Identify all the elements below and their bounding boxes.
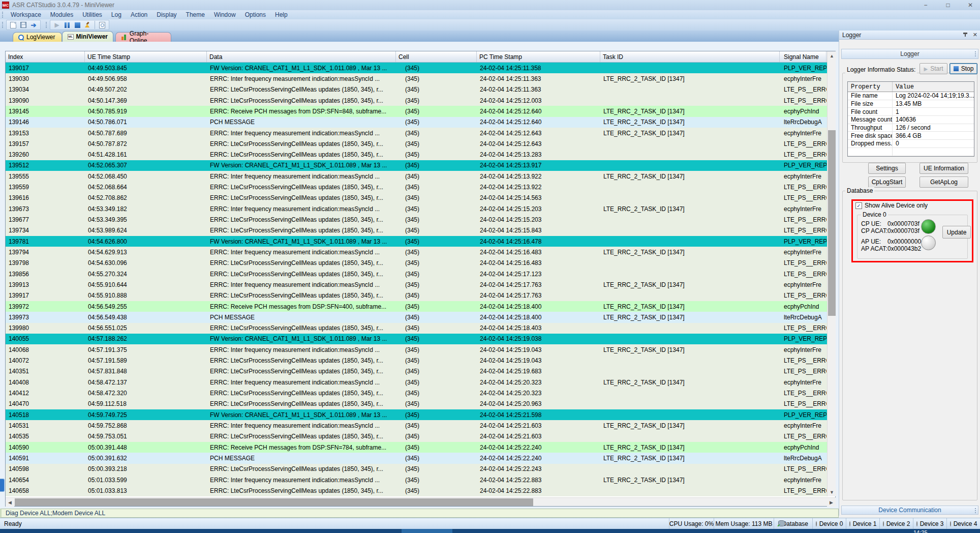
property-row[interactable]: File count1 (848, 108, 974, 116)
column-header-pc-time-stamp[interactable]: PC Time Stamp (477, 51, 600, 62)
column-header-index[interactable]: Index (6, 51, 85, 62)
pane-close-icon[interactable]: ✕ (973, 32, 977, 38)
diag-filter-bar[interactable]: Diag Device ALL;Modem Device ALL (0, 509, 839, 518)
statusbar-device-4[interactable]: Device 4 (946, 518, 980, 529)
property-row[interactable]: File nameLog 2024-02-04 14;19;19.3... (848, 92, 974, 100)
go-button[interactable]: ➔ (28, 20, 39, 29)
play-button[interactable]: ▶ (52, 20, 62, 29)
menu-item-utilities[interactable]: Utilities (78, 10, 107, 19)
table-row[interactable]: 13967704:53.349.395ERRC: LteCsrProcessSe… (6, 214, 827, 225)
table-row[interactable]: 13951204:52.065.307FW Version: CRANEL_CA… (6, 160, 827, 171)
menu-item-theme[interactable]: Theme (181, 10, 209, 19)
table-row[interactable]: 13955904:52.068.664ERRC: LteCsrProcessSe… (6, 182, 827, 192)
pin-icon[interactable] (963, 32, 968, 38)
property-row[interactable] (848, 148, 974, 156)
table-row[interactable]: 13915704:50.787.872ERRC: LteCsrProcessSe… (6, 138, 827, 149)
clear-button[interactable] (82, 20, 93, 29)
scroll-left-arrow-icon[interactable]: ◀ (6, 498, 14, 507)
settings-button[interactable]: Settings (868, 163, 906, 174)
table-row[interactable]: 14059805:00.393.218ERRC: LteCsrProcessSe… (6, 464, 827, 475)
scroll-right-arrow-icon[interactable]: ▶ (827, 498, 836, 507)
save-button[interactable] (18, 20, 28, 29)
table-row[interactable]: 14065805:01.033.813ERRC: LteCsrProcessSe… (6, 485, 827, 496)
table-row[interactable]: 13914604:50.786.071PCH MESSAGE(345)24-02… (6, 117, 827, 128)
table-row[interactable]: 13991704:55.910.888ERRC: LteCsrProcessSe… (6, 290, 827, 301)
table-row[interactable]: 13914504:50.785.919ERRC: Receive PCH mes… (6, 106, 827, 116)
ue-information-button[interactable]: UE Information (920, 163, 968, 174)
stop-button[interactable] (72, 20, 82, 29)
table-row[interactable]: 14065405:01.033.599ERRC: Inter frequency… (6, 475, 827, 485)
table-row[interactable]: 14047004:59.112.518ERRC: LteCsrProcessSe… (6, 399, 827, 409)
horizontal-scrollbar[interactable]: ◀ ▶ (6, 497, 836, 506)
menu-item-workspace[interactable]: Workspace (6, 10, 46, 19)
table-row[interactable]: 13997304:56.549.438PCH MESSAGE(345)24-02… (6, 312, 827, 322)
property-row[interactable]: Throughput126 / second (848, 124, 974, 132)
table-row[interactable]: 14051804:59.749.725FW Version: CRANEL_CA… (6, 409, 827, 420)
getaplog-button[interactable]: GetApLog (920, 176, 968, 188)
table-row[interactable]: 13909004:50.147.369ERRC: LteCsrProcessSe… (6, 95, 827, 106)
menu-item-display[interactable]: Display (152, 10, 181, 19)
database-status[interactable]: Database (774, 518, 812, 529)
table-row[interactable]: 14040804:58.472.137ERRC: Inter frequency… (6, 377, 827, 388)
table-row[interactable]: 14059005:00.391.448ERRC: Receive PCH mes… (6, 442, 827, 453)
property-row[interactable]: Free disk space366.4 GB (848, 132, 974, 140)
table-row[interactable]: 13901704:49.503.845FW Version: CRANEL_CA… (6, 63, 827, 73)
menu-item-log[interactable]: Log (107, 10, 126, 19)
scroll-up-arrow-icon[interactable]: ▲ (828, 51, 836, 60)
stop-button[interactable]: Stop (950, 63, 977, 74)
table-row[interactable]: 13973404:53.989.624ERRC: LteCsrProcessSe… (6, 225, 827, 236)
tab-graph-online[interactable]: Graph-Online (115, 32, 171, 42)
property-row[interactable]: Dropped mess...0 (848, 140, 974, 148)
menu-item-help[interactable]: Help (270, 10, 292, 19)
start-button[interactable]: ▶ Start (920, 63, 947, 74)
menu-item-options[interactable]: Options (240, 10, 270, 19)
table-row[interactable]: 13978104:54.626.800FW Version: CRANEL_CA… (6, 236, 827, 247)
table-row[interactable]: 14006804:57.191.375ERRC: Inter frequency… (6, 344, 827, 355)
menu-item-action[interactable]: Action (126, 10, 152, 19)
pause-button[interactable] (62, 20, 72, 29)
device-communication-caption[interactable]: Device Communication (841, 506, 978, 515)
report-button[interactable] (97, 20, 107, 29)
statusbar-device-3[interactable]: Device 3 (913, 518, 946, 529)
update-button[interactable]: Update (942, 226, 971, 239)
vertical-scroll-thumb[interactable] (828, 130, 836, 316)
close-button[interactable]: ✕ (965, 2, 976, 9)
tab-logviewer[interactable]: LogViewer (13, 32, 62, 42)
table-row[interactable]: 14053504:59.753.051ERRC: LteCsrProcessSe… (6, 431, 827, 442)
table-row[interactable]: 13955504:52.068.450ERRC: Inter frequency… (6, 171, 827, 182)
table-row[interactable]: 13926004:51.428.161ERRC: LteCsrProcessSe… (6, 150, 827, 160)
table-row[interactable]: 13903004:49.506.958ERRC: Inter frequency… (6, 73, 827, 84)
table-row[interactable]: 13997204:56.549.255ERRC: Receive PCH mes… (6, 301, 827, 312)
table-row[interactable]: 14053104:59.752.868ERRC: Inter frequency… (6, 420, 827, 431)
column-header-task-id[interactable]: Task ID (600, 51, 780, 62)
column-header-data[interactable]: Data (207, 51, 396, 62)
menu-item-window[interactable]: Window (209, 10, 240, 19)
table-row[interactable]: 13961604:52.708.862ERRC: LteCsrProcessSe… (6, 193, 827, 203)
tab-miniviewer[interactable]: ML MiniViewer (62, 31, 113, 42)
table-row[interactable]: 13915304:50.787.689ERRC: Inter frequency… (6, 128, 827, 138)
table-row[interactable]: 13985604:55.270.324ERRC: LteCsrProcessSe… (6, 269, 827, 279)
property-row[interactable]: File size13.45 MB (848, 100, 974, 108)
cplogstart-button[interactable]: CpLogStart (868, 176, 906, 188)
table-row[interactable]: 14041204:58.472.320ERRC: LteCsrProcessSe… (6, 388, 827, 398)
table-row[interactable]: 14007204:57.191.589ERRC: LteCsrProcessSe… (6, 355, 827, 366)
column-header-cell[interactable]: Cell (396, 51, 477, 62)
minimize-button[interactable]: − (920, 2, 931, 9)
table-row[interactable]: 13979404:54.629.913ERRC: Inter frequency… (6, 247, 827, 257)
statusbar-device-0[interactable]: Device 0 (812, 518, 846, 529)
menu-item-modules[interactable]: Modules (46, 10, 78, 19)
vertical-scrollbar[interactable]: ▲ ▼ (827, 51, 836, 496)
table-row[interactable]: 13991304:55.910.644ERRC: Inter frequency… (6, 279, 827, 290)
horizontal-scroll-thumb[interactable] (15, 498, 533, 506)
workspace-open-button[interactable] (8, 20, 18, 29)
property-row[interactable]: Message count140636 (848, 116, 974, 124)
show-alive-device-checkbox-row[interactable]: ✓ Show Alive Device only (855, 202, 928, 209)
table-row[interactable]: 13998004:56.551.025ERRC: LteCsrProcessSe… (6, 323, 827, 334)
table-row[interactable]: 13903404:49.507.202ERRC: LteCsrProcessSe… (6, 84, 827, 95)
statusbar-device-1[interactable]: Device 1 (846, 518, 879, 529)
table-row[interactable]: 14059105:00.391.632PCH MESSAGE(345)24-02… (6, 453, 827, 463)
scroll-down-arrow-icon[interactable]: ▼ (828, 488, 836, 496)
table-row[interactable]: 14035104:57.831.848ERRC: LteCsrProcessSe… (6, 366, 827, 377)
show-alive-device-checkbox[interactable]: ✓ (855, 202, 862, 209)
table-row[interactable]: 13979804:54.630.096ERRC: LteCsrProcessSe… (6, 258, 827, 269)
